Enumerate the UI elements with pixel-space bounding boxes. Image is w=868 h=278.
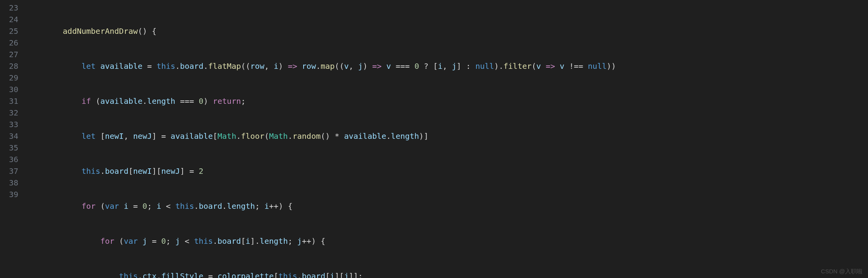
- line-number-gutter: 23 24 25 26 27 28 29 30 31 32 33 34 35 3…: [0, 0, 25, 278]
- code-line[interactable]: if (available.length === 0) return;: [25, 95, 868, 107]
- line-number: 32: [0, 107, 25, 119]
- code-area[interactable]: addNumberAndDraw() { let available = thi…: [25, 0, 868, 278]
- code-line[interactable]: let available = this.board.flatMap((row,…: [25, 60, 868, 72]
- line-number: 35: [0, 142, 25, 154]
- line-number: 33: [0, 119, 25, 130]
- line-number: 25: [0, 25, 25, 37]
- code-line[interactable]: let [newI, newJ] = available[Math.floor(…: [25, 130, 868, 142]
- code-line[interactable]: addNumberAndDraw() {: [25, 25, 868, 37]
- line-number: 29: [0, 72, 25, 84]
- line-number: 26: [0, 37, 25, 49]
- line-number: 28: [0, 60, 25, 72]
- code-line[interactable]: for (var j = 0; j < this.board[i].length…: [25, 235, 868, 247]
- code-editor[interactable]: 23 24 25 26 27 28 29 30 31 32 33 34 35 3…: [0, 0, 868, 278]
- line-number: 37: [0, 165, 25, 177]
- line-number: 38: [0, 177, 25, 189]
- watermark-text: CSDN @入职啦: [821, 267, 863, 276]
- code-line[interactable]: for (var i = 0; i < this.board.length; i…: [25, 200, 868, 212]
- code-line[interactable]: this.ctx.fillStyle = colorpalette[this.b…: [25, 270, 868, 278]
- line-number: 34: [0, 130, 25, 142]
- code-line[interactable]: this.board[newI][newJ] = 2: [25, 165, 868, 177]
- line-number: 31: [0, 95, 25, 107]
- line-number: 27: [0, 49, 25, 60]
- line-number: 39: [0, 189, 25, 200]
- line-number: 23: [0, 2, 25, 14]
- line-number: 36: [0, 154, 25, 165]
- line-number: 30: [0, 84, 25, 95]
- line-number: 24: [0, 14, 25, 25]
